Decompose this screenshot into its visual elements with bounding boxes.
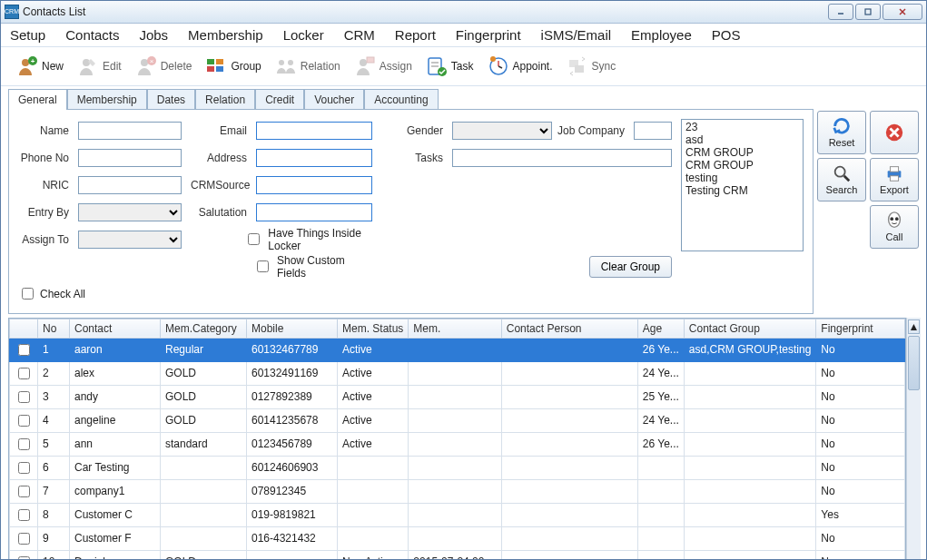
tab-voucher[interactable]: Voucher	[304, 89, 364, 110]
scroll-up-icon[interactable]: ▲	[908, 319, 920, 334]
col-check[interactable]	[10, 319, 38, 338]
tab-dates[interactable]: Dates	[147, 89, 195, 110]
row-checkbox[interactable]	[18, 509, 30, 521]
tab-accounting[interactable]: Accounting	[364, 89, 438, 110]
appoint-button[interactable]: Appoint.	[481, 51, 558, 82]
vertical-scrollbar[interactable]: ▲ ▼	[906, 318, 921, 560]
email-input[interactable]	[256, 122, 372, 140]
table-row[interactable]: 7company1078912345No	[10, 479, 905, 503]
table-row[interactable]: 8Customer C019-9819821Yes	[10, 503, 905, 526]
close-panel-button[interactable]	[870, 111, 919, 154]
tab-general[interactable]: General	[8, 89, 67, 110]
tab-relation[interactable]: Relation	[195, 89, 255, 110]
sync-button[interactable]: Sync	[560, 51, 622, 82]
row-checkbox[interactable]	[18, 438, 30, 450]
table-row[interactable]: 4angelineGOLD60141235678Active24 Ye...No	[10, 408, 905, 432]
task-button[interactable]: Task	[419, 51, 479, 82]
jobcompany-input[interactable]	[634, 122, 672, 140]
menu-contacts[interactable]: Contacts	[65, 27, 119, 43]
jobcompany-label: Job Company	[557, 124, 628, 137]
table-row[interactable]: 5annstandard0123456789Active26 Ye...No	[10, 432, 905, 456]
menu-report[interactable]: Report	[395, 27, 436, 43]
clear-group-button[interactable]: Clear Group	[589, 256, 672, 278]
col-mobile[interactable]: Mobile	[247, 319, 338, 338]
col-mem[interactable]: Mem.	[409, 319, 501, 338]
row-checkbox[interactable]	[18, 556, 30, 560]
app-window: CRM Contacts List Setup Contacts Jobs Me…	[0, 0, 927, 560]
reset-button[interactable]: Reset	[817, 111, 866, 154]
name-input[interactable]	[78, 122, 182, 140]
menu-setup[interactable]: Setup	[10, 27, 45, 43]
call-button[interactable]: Call	[870, 205, 919, 249]
table-row[interactable]: 9Customer F016-4321432No	[10, 526, 905, 550]
col-age[interactable]: Age	[637, 319, 684, 338]
side-buttons: Reset Search Export Call	[817, 88, 919, 314]
contacts-table-container[interactable]: No Contact Mem.Category Mobile Mem. Stat…	[8, 318, 906, 560]
col-person[interactable]: Contact Person	[501, 319, 637, 338]
group-list-item[interactable]: Testing CRM	[685, 184, 799, 197]
group-list[interactable]: 23 asd CRM GROUP CRM GROUP testing Testi…	[681, 119, 804, 251]
row-checkbox[interactable]	[18, 533, 30, 545]
assign-button[interactable]: Assign	[348, 51, 418, 82]
menu-isms-email[interactable]: iSMS/Email	[541, 27, 612, 43]
havethings-checkbox[interactable]	[248, 233, 260, 245]
menu-membership[interactable]: Membership	[188, 27, 263, 43]
menu-fingerprint[interactable]: Fingerprint	[456, 27, 521, 43]
minimize-button[interactable]	[828, 4, 853, 20]
col-contact[interactable]: Contact	[70, 319, 161, 338]
col-no[interactable]: No	[38, 319, 70, 338]
salutation-input[interactable]	[256, 203, 372, 221]
group-list-item[interactable]: CRM GROUP	[685, 159, 799, 172]
clock-icon	[487, 54, 510, 78]
phone-input[interactable]	[78, 149, 182, 167]
table-row[interactable]: 10DanielGOLDNon Active2015-07-24 00:...N…	[10, 550, 905, 559]
group-list-item[interactable]: CRM GROUP	[685, 146, 799, 159]
row-checkbox[interactable]	[18, 486, 30, 497]
col-memcat[interactable]: Mem.Category	[161, 319, 247, 338]
relation-button[interactable]: Relation	[269, 51, 346, 82]
col-group[interactable]: Contact Group	[684, 319, 816, 338]
group-button[interactable]: Group	[199, 51, 266, 82]
gender-select[interactable]	[452, 122, 552, 140]
search-button[interactable]: Search	[817, 158, 866, 201]
export-button[interactable]: Export	[870, 158, 919, 201]
group-list-item[interactable]: testing	[685, 172, 799, 184]
entryby-select[interactable]	[78, 203, 182, 221]
contacts-table: No Contact Mem.Category Mobile Mem. Stat…	[9, 319, 905, 560]
row-checkbox[interactable]	[18, 368, 30, 379]
tab-membership[interactable]: Membership	[67, 89, 147, 110]
crmsource-input[interactable]	[256, 176, 372, 194]
menu-crm[interactable]: CRM	[344, 27, 375, 43]
edit-button[interactable]: Edit	[71, 51, 127, 82]
row-checkbox[interactable]	[18, 344, 30, 356]
row-checkbox[interactable]	[18, 415, 30, 427]
new-button[interactable]: +New	[10, 51, 69, 82]
tasks-input[interactable]	[452, 149, 672, 167]
customfields-checkbox[interactable]	[257, 260, 269, 272]
table-row[interactable]: 6Car Testing60124606903No	[10, 456, 905, 479]
row-checkbox[interactable]	[18, 462, 30, 474]
delete-button[interactable]: ×Delete	[129, 51, 198, 82]
row-checkbox[interactable]	[18, 391, 30, 403]
table-row[interactable]: 3andyGOLD0127892389Active25 Ye...No	[10, 385, 905, 408]
col-fingerprint[interactable]: Fingerprint	[816, 319, 905, 338]
menu-jobs[interactable]: Jobs	[139, 27, 168, 43]
group-list-item[interactable]: asd	[685, 133, 799, 146]
tab-credit[interactable]: Credit	[255, 89, 304, 110]
close-icon	[884, 123, 904, 142]
menu-employee[interactable]: Employee	[631, 27, 692, 43]
svg-rect-36	[890, 176, 898, 182]
menu-locker[interactable]: Locker	[283, 27, 324, 43]
table-row[interactable]: 1aaronRegular60132467789Active26 Ye...as…	[10, 338, 905, 361]
scroll-thumb[interactable]	[908, 336, 920, 390]
close-button[interactable]	[883, 4, 922, 20]
menu-pos[interactable]: POS	[712, 27, 741, 43]
address-input[interactable]	[256, 149, 372, 167]
nric-input[interactable]	[78, 176, 182, 194]
group-list-item[interactable]: 23	[685, 121, 799, 133]
assignto-select[interactable]	[78, 231, 182, 249]
col-memstatus[interactable]: Mem. Status	[338, 319, 409, 338]
table-row[interactable]: 2alexGOLD60132491169Active24 Ye...No	[10, 361, 905, 385]
checkall-checkbox[interactable]	[22, 288, 34, 300]
maximize-button[interactable]	[855, 4, 881, 20]
